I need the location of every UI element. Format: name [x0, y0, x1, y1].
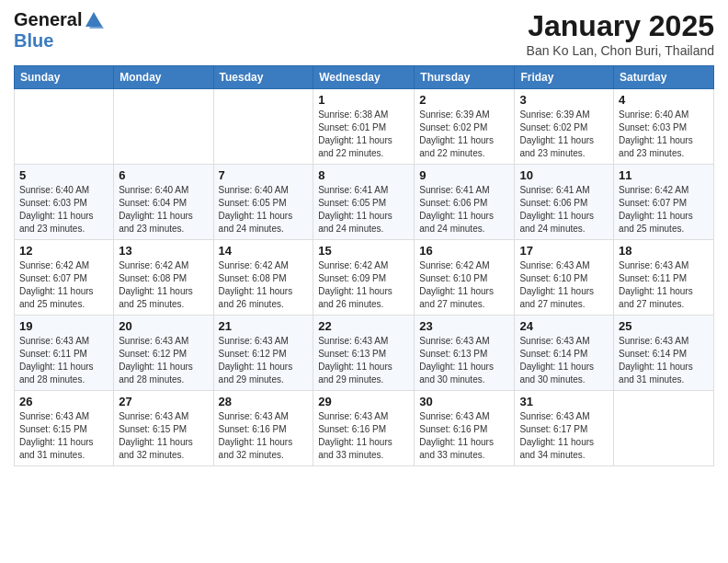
day-info-14: Sunrise: 6:42 AMSunset: 6:08 PMDaylight:… — [219, 259, 309, 311]
logo: General Blue — [14, 9, 104, 52]
week-row-5: 26Sunrise: 6:43 AMSunset: 6:15 PMDayligh… — [15, 391, 714, 466]
title-section: January 2025 Ban Ko Lan, Chon Buri, Thai… — [527, 9, 714, 58]
day-info-21: Sunrise: 6:43 AMSunset: 6:12 PMDaylight:… — [219, 335, 309, 386]
day-number-18: 18 — [619, 244, 709, 258]
cell-w2-d2: 7Sunrise: 6:40 AMSunset: 6:05 PMDaylight… — [213, 165, 313, 240]
cell-w4-d3: 22Sunrise: 6:43 AMSunset: 6:13 PMDayligh… — [313, 316, 415, 391]
day-number-29: 29 — [318, 395, 409, 408]
day-number-5: 5 — [19, 168, 108, 182]
day-number-14: 14 — [219, 244, 309, 258]
day-number-13: 13 — [119, 244, 208, 258]
day-info-1: Sunrise: 6:38 AMSunset: 6:01 PMDaylight:… — [318, 109, 409, 160]
weekday-header-row: Sunday Monday Tuesday Wednesday Thursday… — [15, 66, 714, 89]
cell-w2-d6: 11Sunrise: 6:42 AMSunset: 6:07 PMDayligh… — [614, 165, 714, 240]
day-number-27: 27 — [119, 395, 208, 408]
cell-w5-d5: 31Sunrise: 6:43 AMSunset: 6:17 PMDayligh… — [515, 391, 614, 466]
day-info-2: Sunrise: 6:39 AMSunset: 6:02 PMDaylight:… — [419, 109, 509, 160]
header-wednesday: Wednesday — [313, 66, 415, 89]
logo-icon — [84, 10, 104, 30]
day-info-10: Sunrise: 6:41 AMSunset: 6:06 PMDaylight:… — [519, 184, 609, 236]
week-row-3: 12Sunrise: 6:42 AMSunset: 6:07 PMDayligh… — [15, 240, 714, 316]
day-info-23: Sunrise: 6:43 AMSunset: 6:13 PMDaylight:… — [419, 335, 509, 386]
day-info-28: Sunrise: 6:43 AMSunset: 6:16 PMDaylight:… — [219, 410, 309, 462]
cell-w1-d2 — [213, 89, 313, 165]
day-number-4: 4 — [619, 93, 709, 107]
day-info-25: Sunrise: 6:43 AMSunset: 6:14 PMDaylight:… — [619, 335, 709, 386]
day-number-28: 28 — [219, 395, 309, 408]
cell-w2-d5: 10Sunrise: 6:41 AMSunset: 6:06 PMDayligh… — [515, 165, 614, 240]
cell-w5-d2: 28Sunrise: 6:43 AMSunset: 6:16 PMDayligh… — [213, 391, 313, 466]
day-info-7: Sunrise: 6:40 AMSunset: 6:05 PMDaylight:… — [219, 184, 309, 236]
day-info-29: Sunrise: 6:43 AMSunset: 6:16 PMDaylight:… — [318, 410, 409, 462]
cell-w3-d3: 15Sunrise: 6:42 AMSunset: 6:09 PMDayligh… — [313, 240, 415, 316]
cell-w3-d0: 12Sunrise: 6:42 AMSunset: 6:07 PMDayligh… — [15, 240, 114, 316]
cell-w1-d1 — [114, 89, 213, 165]
day-info-22: Sunrise: 6:43 AMSunset: 6:13 PMDaylight:… — [318, 335, 409, 386]
day-info-5: Sunrise: 6:40 AMSunset: 6:03 PMDaylight:… — [19, 184, 108, 236]
cell-w5-d6 — [614, 391, 714, 466]
cell-w5-d0: 26Sunrise: 6:43 AMSunset: 6:15 PMDayligh… — [15, 391, 114, 466]
day-info-12: Sunrise: 6:42 AMSunset: 6:07 PMDaylight:… — [19, 259, 108, 311]
header-tuesday: Tuesday — [213, 66, 313, 89]
header-saturday: Saturday — [614, 66, 714, 89]
day-info-11: Sunrise: 6:42 AMSunset: 6:07 PMDaylight:… — [619, 184, 709, 236]
page: General Blue January 2025 Ban Ko Lan, Ch… — [0, 0, 728, 563]
cell-w1-d0 — [15, 89, 114, 165]
cell-w4-d2: 21Sunrise: 6:43 AMSunset: 6:12 PMDayligh… — [213, 316, 313, 391]
cell-w4-d6: 25Sunrise: 6:43 AMSunset: 6:14 PMDayligh… — [614, 316, 714, 391]
day-info-18: Sunrise: 6:43 AMSunset: 6:11 PMDaylight:… — [619, 259, 709, 311]
day-info-20: Sunrise: 6:43 AMSunset: 6:12 PMDaylight:… — [119, 335, 208, 386]
cell-w2-d4: 9Sunrise: 6:41 AMSunset: 6:06 PMDaylight… — [415, 165, 515, 240]
day-number-30: 30 — [419, 395, 509, 408]
day-info-26: Sunrise: 6:43 AMSunset: 6:15 PMDaylight:… — [19, 410, 108, 462]
day-info-13: Sunrise: 6:42 AMSunset: 6:08 PMDaylight:… — [119, 259, 208, 311]
day-info-9: Sunrise: 6:41 AMSunset: 6:06 PMDaylight:… — [419, 184, 509, 236]
day-number-21: 21 — [219, 319, 309, 333]
cell-w2-d0: 5Sunrise: 6:40 AMSunset: 6:03 PMDaylight… — [15, 165, 114, 240]
logo-blue: Blue — [14, 30, 53, 52]
cell-w2-d1: 6Sunrise: 6:40 AMSunset: 6:04 PMDaylight… — [114, 165, 213, 240]
cell-w3-d1: 13Sunrise: 6:42 AMSunset: 6:08 PMDayligh… — [114, 240, 213, 316]
week-row-1: 1Sunrise: 6:38 AMSunset: 6:01 PMDaylight… — [15, 89, 714, 165]
day-number-15: 15 — [318, 244, 409, 258]
day-info-6: Sunrise: 6:40 AMSunset: 6:04 PMDaylight:… — [119, 184, 208, 236]
cell-w5-d4: 30Sunrise: 6:43 AMSunset: 6:16 PMDayligh… — [415, 391, 515, 466]
day-number-20: 20 — [119, 319, 208, 333]
day-info-17: Sunrise: 6:43 AMSunset: 6:10 PMDaylight:… — [519, 259, 609, 311]
day-info-4: Sunrise: 6:40 AMSunset: 6:03 PMDaylight:… — [619, 109, 709, 160]
day-info-19: Sunrise: 6:43 AMSunset: 6:11 PMDaylight:… — [19, 335, 108, 386]
day-info-3: Sunrise: 6:39 AMSunset: 6:02 PMDaylight:… — [519, 109, 609, 160]
day-number-12: 12 — [19, 244, 108, 258]
day-number-3: 3 — [519, 93, 609, 107]
cell-w3-d2: 14Sunrise: 6:42 AMSunset: 6:08 PMDayligh… — [213, 240, 313, 316]
cell-w4-d5: 24Sunrise: 6:43 AMSunset: 6:14 PMDayligh… — [515, 316, 614, 391]
cell-w5-d3: 29Sunrise: 6:43 AMSunset: 6:16 PMDayligh… — [313, 391, 415, 466]
cell-w4-d4: 23Sunrise: 6:43 AMSunset: 6:13 PMDayligh… — [415, 316, 515, 391]
cell-w3-d4: 16Sunrise: 6:42 AMSunset: 6:10 PMDayligh… — [415, 240, 515, 316]
day-number-19: 19 — [19, 319, 108, 333]
week-row-2: 5Sunrise: 6:40 AMSunset: 6:03 PMDaylight… — [15, 165, 714, 240]
day-number-6: 6 — [119, 168, 208, 182]
day-number-22: 22 — [318, 319, 409, 333]
cell-w2-d3: 8Sunrise: 6:41 AMSunset: 6:05 PMDaylight… — [313, 165, 415, 240]
cell-w1-d3: 1Sunrise: 6:38 AMSunset: 6:01 PMDaylight… — [313, 89, 415, 165]
logo-general: General — [14, 9, 82, 30]
cell-w3-d5: 17Sunrise: 6:43 AMSunset: 6:10 PMDayligh… — [515, 240, 614, 316]
day-number-16: 16 — [419, 244, 509, 258]
day-number-2: 2 — [419, 93, 509, 107]
header-thursday: Thursday — [415, 66, 515, 89]
day-info-8: Sunrise: 6:41 AMSunset: 6:05 PMDaylight:… — [318, 184, 409, 236]
day-number-24: 24 — [519, 319, 609, 333]
day-number-17: 17 — [519, 244, 609, 258]
day-info-30: Sunrise: 6:43 AMSunset: 6:16 PMDaylight:… — [419, 410, 509, 462]
day-number-23: 23 — [419, 319, 509, 333]
cell-w1-d5: 3Sunrise: 6:39 AMSunset: 6:02 PMDaylight… — [515, 89, 614, 165]
header-sunday: Sunday — [15, 66, 114, 89]
month-title: January 2025 — [527, 9, 714, 43]
week-row-4: 19Sunrise: 6:43 AMSunset: 6:11 PMDayligh… — [15, 316, 714, 391]
cell-w1-d4: 2Sunrise: 6:39 AMSunset: 6:02 PMDaylight… — [415, 89, 515, 165]
day-number-26: 26 — [19, 395, 108, 408]
cell-w4-d1: 20Sunrise: 6:43 AMSunset: 6:12 PMDayligh… — [114, 316, 213, 391]
day-number-9: 9 — [419, 168, 509, 182]
header-monday: Monday — [114, 66, 213, 89]
